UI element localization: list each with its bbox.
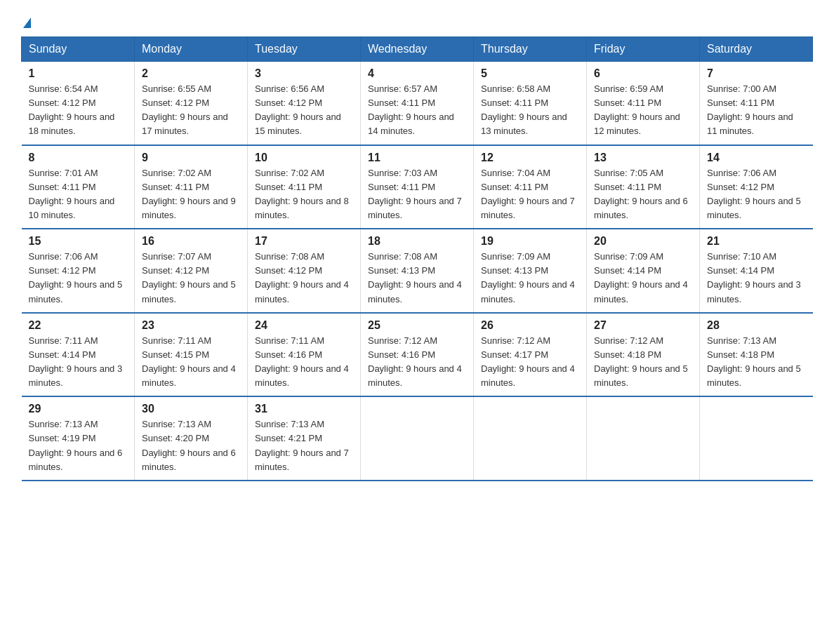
- day-info: Sunrise: 6:58 AMSunset: 4:11 PMDaylight:…: [481, 83, 567, 136]
- day-info: Sunrise: 7:08 AMSunset: 4:12 PMDaylight:…: [255, 251, 349, 304]
- calendar-cell: 16 Sunrise: 7:07 AMSunset: 4:12 PMDaylig…: [135, 229, 248, 313]
- day-info: Sunrise: 7:12 AMSunset: 4:18 PMDaylight:…: [594, 335, 688, 388]
- calendar-cell: 4 Sunrise: 6:57 AMSunset: 4:11 PMDayligh…: [361, 62, 474, 145]
- day-number: 31: [255, 403, 353, 415]
- day-number: 20: [594, 235, 692, 248]
- calendar-cell: 6 Sunrise: 6:59 AMSunset: 4:11 PMDayligh…: [587, 62, 700, 145]
- header-monday: Monday: [135, 37, 248, 62]
- day-info: Sunrise: 7:13 AMSunset: 4:21 PMDaylight:…: [255, 419, 349, 471]
- calendar-week-row: 15 Sunrise: 7:06 AMSunset: 4:12 PMDaylig…: [22, 229, 813, 313]
- calendar-cell: 12 Sunrise: 7:04 AMSunset: 4:11 PMDaylig…: [474, 145, 587, 229]
- day-number: 16: [142, 235, 240, 248]
- day-number: 19: [481, 235, 579, 248]
- day-number: 27: [594, 319, 692, 332]
- day-number: 15: [29, 235, 128, 248]
- calendar-cell: 23 Sunrise: 7:11 AMSunset: 4:15 PMDaylig…: [135, 313, 248, 397]
- calendar-cell: 17 Sunrise: 7:08 AMSunset: 4:12 PMDaylig…: [248, 229, 361, 313]
- day-info: Sunrise: 6:54 AMSunset: 4:12 PMDaylight:…: [29, 83, 115, 136]
- calendar-cell: 30 Sunrise: 7:13 AMSunset: 4:20 PMDaylig…: [135, 396, 248, 481]
- logo-general-line: [21, 18, 31, 29]
- day-info: Sunrise: 7:09 AMSunset: 4:13 PMDaylight:…: [481, 251, 575, 304]
- calendar-cell: 18 Sunrise: 7:08 AMSunset: 4:13 PMDaylig…: [361, 229, 474, 313]
- calendar-cell: 13 Sunrise: 7:05 AMSunset: 4:11 PMDaylig…: [587, 145, 700, 229]
- day-number: 10: [255, 152, 353, 164]
- calendar-cell: 26 Sunrise: 7:12 AMSunset: 4:17 PMDaylig…: [474, 313, 587, 397]
- day-info: Sunrise: 7:13 AMSunset: 4:19 PMDaylight:…: [29, 419, 123, 471]
- day-info: Sunrise: 7:00 AMSunset: 4:11 PMDaylight:…: [707, 83, 793, 136]
- day-info: Sunrise: 7:03 AMSunset: 4:11 PMDaylight:…: [368, 168, 462, 220]
- day-info: Sunrise: 7:11 AMSunset: 4:15 PMDaylight:…: [142, 335, 236, 388]
- day-number: 7: [707, 67, 806, 80]
- calendar-cell: 3 Sunrise: 6:56 AMSunset: 4:12 PMDayligh…: [248, 62, 361, 145]
- calendar-cell: 11 Sunrise: 7:03 AMSunset: 4:11 PMDaylig…: [361, 145, 474, 229]
- page-header: [21, 14, 813, 29]
- logo: [21, 14, 31, 29]
- day-info: Sunrise: 7:11 AMSunset: 4:16 PMDaylight:…: [255, 335, 349, 388]
- day-number: 9: [142, 152, 240, 164]
- day-info: Sunrise: 6:56 AMSunset: 4:12 PMDaylight:…: [255, 83, 341, 136]
- calendar-table: SundayMondayTuesdayWednesdayThursdayFrid…: [21, 36, 813, 481]
- day-number: 5: [481, 67, 579, 80]
- day-number: 22: [29, 319, 128, 332]
- day-number: 26: [481, 319, 579, 332]
- calendar-header-row: SundayMondayTuesdayWednesdayThursdayFrid…: [22, 37, 813, 62]
- calendar-cell: 9 Sunrise: 7:02 AMSunset: 4:11 PMDayligh…: [135, 145, 248, 229]
- day-info: Sunrise: 6:59 AMSunset: 4:11 PMDaylight:…: [594, 83, 680, 136]
- calendar-cell: [474, 396, 587, 481]
- day-info: Sunrise: 7:04 AMSunset: 4:11 PMDaylight:…: [481, 168, 575, 220]
- day-number: 6: [594, 67, 692, 80]
- day-number: 28: [707, 319, 806, 332]
- header-tuesday: Tuesday: [248, 37, 361, 62]
- calendar-cell: 10 Sunrise: 7:02 AMSunset: 4:11 PMDaylig…: [248, 145, 361, 229]
- calendar-cell: 7 Sunrise: 7:00 AMSunset: 4:11 PMDayligh…: [700, 62, 813, 145]
- calendar-cell: 31 Sunrise: 7:13 AMSunset: 4:21 PMDaylig…: [248, 396, 361, 481]
- day-info: Sunrise: 7:08 AMSunset: 4:13 PMDaylight:…: [368, 251, 462, 304]
- day-number: 2: [142, 67, 240, 80]
- calendar-cell: 19 Sunrise: 7:09 AMSunset: 4:13 PMDaylig…: [474, 229, 587, 313]
- header-wednesday: Wednesday: [361, 37, 474, 62]
- day-info: Sunrise: 7:12 AMSunset: 4:16 PMDaylight:…: [368, 335, 462, 388]
- day-info: Sunrise: 6:55 AMSunset: 4:12 PMDaylight:…: [142, 83, 228, 136]
- day-number: 12: [481, 152, 579, 164]
- calendar-cell: 25 Sunrise: 7:12 AMSunset: 4:16 PMDaylig…: [361, 313, 474, 397]
- calendar-cell: 14 Sunrise: 7:06 AMSunset: 4:12 PMDaylig…: [700, 145, 813, 229]
- calendar-cell: 5 Sunrise: 6:58 AMSunset: 4:11 PMDayligh…: [474, 62, 587, 145]
- day-number: 24: [255, 319, 353, 332]
- calendar-cell: [700, 396, 813, 481]
- calendar-cell: 1 Sunrise: 6:54 AMSunset: 4:12 PMDayligh…: [22, 62, 135, 145]
- day-number: 21: [707, 235, 806, 248]
- day-number: 1: [29, 67, 128, 80]
- day-info: Sunrise: 7:02 AMSunset: 4:11 PMDaylight:…: [142, 168, 236, 220]
- calendar-week-row: 1 Sunrise: 6:54 AMSunset: 4:12 PMDayligh…: [22, 62, 813, 145]
- calendar-week-row: 29 Sunrise: 7:13 AMSunset: 4:19 PMDaylig…: [22, 396, 813, 481]
- calendar-week-row: 22 Sunrise: 7:11 AMSunset: 4:14 PMDaylig…: [22, 313, 813, 397]
- calendar-cell: 28 Sunrise: 7:13 AMSunset: 4:18 PMDaylig…: [700, 313, 813, 397]
- day-number: 14: [707, 152, 806, 164]
- day-info: Sunrise: 7:07 AMSunset: 4:12 PMDaylight:…: [142, 251, 236, 304]
- day-info: Sunrise: 7:09 AMSunset: 4:14 PMDaylight:…: [594, 251, 688, 304]
- header-sunday: Sunday: [22, 37, 135, 62]
- calendar-cell: 15 Sunrise: 7:06 AMSunset: 4:12 PMDaylig…: [22, 229, 135, 313]
- logo-triangle-icon: [23, 18, 31, 28]
- day-number: 11: [368, 152, 466, 164]
- calendar-week-row: 8 Sunrise: 7:01 AMSunset: 4:11 PMDayligh…: [22, 145, 813, 229]
- day-number: 23: [142, 319, 240, 332]
- day-info: Sunrise: 7:02 AMSunset: 4:11 PMDaylight:…: [255, 168, 349, 220]
- day-number: 29: [29, 403, 128, 415]
- day-number: 18: [368, 235, 466, 248]
- calendar-cell: 27 Sunrise: 7:12 AMSunset: 4:18 PMDaylig…: [587, 313, 700, 397]
- day-info: Sunrise: 7:05 AMSunset: 4:11 PMDaylight:…: [594, 168, 688, 220]
- day-number: 25: [368, 319, 466, 332]
- day-number: 3: [255, 67, 353, 80]
- day-number: 30: [142, 403, 240, 415]
- day-info: Sunrise: 7:11 AMSunset: 4:14 PMDaylight:…: [29, 335, 123, 388]
- day-info: Sunrise: 7:06 AMSunset: 4:12 PMDaylight:…: [29, 251, 123, 304]
- calendar-cell: 8 Sunrise: 7:01 AMSunset: 4:11 PMDayligh…: [22, 145, 135, 229]
- calendar-cell: [361, 396, 474, 481]
- calendar-cell: 22 Sunrise: 7:11 AMSunset: 4:14 PMDaylig…: [22, 313, 135, 397]
- calendar-cell: 29 Sunrise: 7:13 AMSunset: 4:19 PMDaylig…: [22, 396, 135, 481]
- header-saturday: Saturday: [700, 37, 813, 62]
- day-info: Sunrise: 6:57 AMSunset: 4:11 PMDaylight:…: [368, 83, 454, 136]
- day-info: Sunrise: 7:12 AMSunset: 4:17 PMDaylight:…: [481, 335, 575, 388]
- day-number: 4: [368, 67, 466, 80]
